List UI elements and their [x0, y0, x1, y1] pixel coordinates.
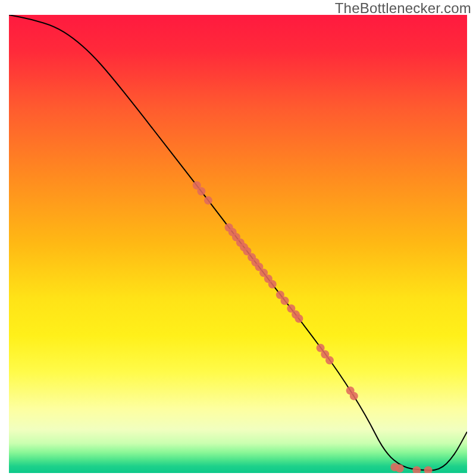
data-point — [268, 280, 277, 289]
data-point — [281, 296, 289, 305]
data-point — [295, 315, 303, 323]
data-point — [350, 392, 358, 400]
data-point — [197, 187, 205, 195]
data-point — [396, 464, 404, 472]
attribution-text: TheBottlenecker.com — [335, 0, 471, 17]
data-point — [325, 356, 334, 365]
bottleneck-chart — [9, 15, 467, 473]
data-point — [204, 196, 212, 205]
